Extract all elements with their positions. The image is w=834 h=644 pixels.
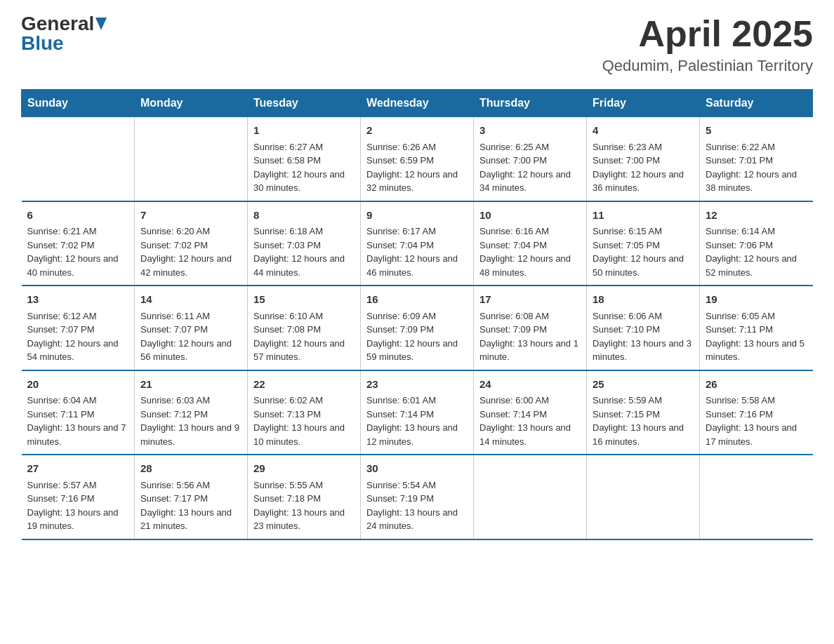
day-info: Sunrise: 6:11 AMSunset: 7:07 PMDaylight:… (140, 309, 241, 364)
title-block: April 2025 Qedumim, Palestinian Territor… (602, 14, 813, 75)
day-number: 3 (479, 123, 581, 139)
day-info: Sunrise: 5:59 AMSunset: 7:15 PMDaylight:… (593, 394, 694, 448)
day-number: 10 (479, 208, 581, 224)
day-number: 28 (140, 461, 241, 477)
calendar-cell: 2Sunrise: 6:26 AMSunset: 6:59 PMDaylight… (361, 117, 474, 201)
calendar-cell: 27Sunrise: 5:57 AMSunset: 7:16 PMDayligh… (22, 455, 135, 539)
day-info: Sunrise: 6:25 AMSunset: 7:00 PMDaylight:… (479, 140, 581, 195)
calendar-cell: 22Sunrise: 6:02 AMSunset: 7:13 PMDayligh… (248, 370, 361, 455)
day-info: Sunrise: 6:23 AMSunset: 7:00 PMDaylight:… (593, 140, 694, 195)
day-number: 22 (253, 377, 355, 393)
day-info: Sunrise: 6:17 AMSunset: 7:04 PMDaylight:… (366, 224, 468, 279)
day-info: Sunrise: 6:27 AMSunset: 6:58 PMDaylight:… (253, 140, 355, 195)
day-info: Sunrise: 6:14 AMSunset: 7:06 PMDaylight:… (706, 224, 807, 279)
logo-triangle-icon (95, 18, 107, 30)
day-number: 9 (366, 208, 468, 224)
day-number: 2 (366, 123, 468, 139)
calendar-cell: 30Sunrise: 5:54 AMSunset: 7:19 PMDayligh… (361, 455, 474, 539)
calendar-cell (587, 455, 700, 539)
page-header: General Blue April 2025 Qedumim, Palesti… (21, 14, 813, 75)
day-number: 27 (27, 461, 129, 477)
calendar-cell: 26Sunrise: 5:58 AMSunset: 7:16 PMDayligh… (700, 370, 813, 455)
calendar-cell: 10Sunrise: 6:16 AMSunset: 7:04 PMDayligh… (474, 201, 587, 286)
day-info: Sunrise: 6:02 AMSunset: 7:13 PMDaylight:… (253, 394, 355, 448)
calendar-cell: 16Sunrise: 6:09 AMSunset: 7:09 PMDayligh… (361, 286, 474, 370)
calendar-cell: 20Sunrise: 6:04 AMSunset: 7:11 PMDayligh… (22, 370, 135, 455)
calendar-cell (22, 117, 135, 201)
calendar-cell: 12Sunrise: 6:14 AMSunset: 7:06 PMDayligh… (700, 201, 813, 286)
calendar-cell (135, 117, 248, 201)
day-number: 12 (706, 208, 807, 224)
calendar-cell: 18Sunrise: 6:06 AMSunset: 7:10 PMDayligh… (587, 286, 700, 370)
day-info: Sunrise: 5:54 AMSunset: 7:19 PMDaylight:… (366, 478, 468, 533)
day-number: 4 (593, 123, 694, 139)
calendar-cell: 7Sunrise: 6:20 AMSunset: 7:02 PMDaylight… (135, 201, 248, 286)
calendar-cell: 25Sunrise: 5:59 AMSunset: 7:15 PMDayligh… (587, 370, 700, 455)
calendar-cell (474, 455, 587, 539)
location-subtitle: Qedumim, Palestinian Territory (602, 57, 813, 75)
calendar-cell: 28Sunrise: 5:56 AMSunset: 7:17 PMDayligh… (135, 455, 248, 539)
column-header-saturday: Saturday (700, 90, 813, 117)
day-info: Sunrise: 6:10 AMSunset: 7:08 PMDaylight:… (253, 309, 355, 364)
day-info: Sunrise: 6:08 AMSunset: 7:09 PMDaylight:… (479, 309, 581, 364)
calendar-cell: 1Sunrise: 6:27 AMSunset: 6:58 PMDaylight… (248, 117, 361, 201)
day-info: Sunrise: 6:26 AMSunset: 6:59 PMDaylight:… (366, 140, 468, 195)
calendar-cell: 24Sunrise: 6:00 AMSunset: 7:14 PMDayligh… (474, 370, 587, 455)
day-info: Sunrise: 6:20 AMSunset: 7:02 PMDaylight:… (140, 224, 241, 279)
day-info: Sunrise: 5:55 AMSunset: 7:18 PMDaylight:… (253, 478, 355, 533)
day-number: 21 (140, 377, 241, 393)
calendar-cell: 11Sunrise: 6:15 AMSunset: 7:05 PMDayligh… (587, 201, 700, 286)
calendar-cell: 29Sunrise: 5:55 AMSunset: 7:18 PMDayligh… (248, 455, 361, 539)
day-info: Sunrise: 6:04 AMSunset: 7:11 PMDaylight:… (27, 394, 129, 448)
day-info: Sunrise: 6:22 AMSunset: 7:01 PMDaylight:… (706, 140, 807, 195)
day-number: 18 (593, 292, 694, 308)
day-number: 5 (706, 123, 807, 139)
day-info: Sunrise: 6:16 AMSunset: 7:04 PMDaylight:… (479, 224, 581, 279)
day-info: Sunrise: 6:09 AMSunset: 7:09 PMDaylight:… (366, 309, 468, 364)
calendar-cell: 9Sunrise: 6:17 AMSunset: 7:04 PMDaylight… (361, 201, 474, 286)
day-number: 1 (253, 123, 355, 139)
svg-marker-0 (95, 18, 107, 30)
calendar-cell: 19Sunrise: 6:05 AMSunset: 7:11 PMDayligh… (700, 286, 813, 370)
calendar-cell: 23Sunrise: 6:01 AMSunset: 7:14 PMDayligh… (361, 370, 474, 455)
day-number: 13 (27, 292, 129, 308)
day-info: Sunrise: 6:00 AMSunset: 7:14 PMDaylight:… (479, 394, 581, 448)
day-info: Sunrise: 5:58 AMSunset: 7:16 PMDaylight:… (706, 394, 807, 448)
calendar-cell: 15Sunrise: 6:10 AMSunset: 7:08 PMDayligh… (248, 286, 361, 370)
day-info: Sunrise: 6:03 AMSunset: 7:12 PMDaylight:… (140, 394, 241, 448)
calendar-cell: 14Sunrise: 6:11 AMSunset: 7:07 PMDayligh… (135, 286, 248, 370)
day-number: 16 (366, 292, 468, 308)
column-header-tuesday: Tuesday (248, 90, 361, 117)
day-number: 6 (27, 208, 129, 224)
day-number: 14 (140, 292, 241, 308)
calendar-header-row: SundayMondayTuesdayWednesdayThursdayFrid… (22, 90, 813, 117)
day-number: 7 (140, 208, 241, 224)
day-number: 24 (479, 377, 581, 393)
calendar-week-row: 6Sunrise: 6:21 AMSunset: 7:02 PMDaylight… (22, 201, 813, 286)
column-header-friday: Friday (587, 90, 700, 117)
day-info: Sunrise: 6:15 AMSunset: 7:05 PMDaylight:… (593, 224, 694, 279)
day-number: 23 (366, 377, 468, 393)
day-number: 25 (593, 377, 694, 393)
calendar-week-row: 1Sunrise: 6:27 AMSunset: 6:58 PMDaylight… (22, 117, 813, 201)
logo-blue-text: Blue (21, 34, 64, 53)
calendar-week-row: 27Sunrise: 5:57 AMSunset: 7:16 PMDayligh… (22, 455, 813, 539)
calendar-week-row: 20Sunrise: 6:04 AMSunset: 7:11 PMDayligh… (22, 370, 813, 455)
calendar-cell: 8Sunrise: 6:18 AMSunset: 7:03 PMDaylight… (248, 201, 361, 286)
calendar-cell: 4Sunrise: 6:23 AMSunset: 7:00 PMDaylight… (587, 117, 700, 201)
day-number: 26 (706, 377, 807, 393)
calendar-cell: 5Sunrise: 6:22 AMSunset: 7:01 PMDaylight… (700, 117, 813, 201)
column-header-thursday: Thursday (474, 90, 587, 117)
day-number: 20 (27, 377, 129, 393)
day-number: 11 (593, 208, 694, 224)
logo: General Blue (21, 14, 107, 53)
day-info: Sunrise: 5:56 AMSunset: 7:17 PMDaylight:… (140, 478, 241, 533)
calendar-week-row: 13Sunrise: 6:12 AMSunset: 7:07 PMDayligh… (22, 286, 813, 370)
day-number: 19 (706, 292, 807, 308)
column-header-sunday: Sunday (22, 90, 135, 117)
day-info: Sunrise: 6:21 AMSunset: 7:02 PMDaylight:… (27, 224, 129, 279)
calendar-cell: 13Sunrise: 6:12 AMSunset: 7:07 PMDayligh… (22, 286, 135, 370)
logo-general-text: General (21, 14, 94, 34)
column-header-monday: Monday (135, 90, 248, 117)
day-info: Sunrise: 6:05 AMSunset: 7:11 PMDaylight:… (706, 309, 807, 364)
